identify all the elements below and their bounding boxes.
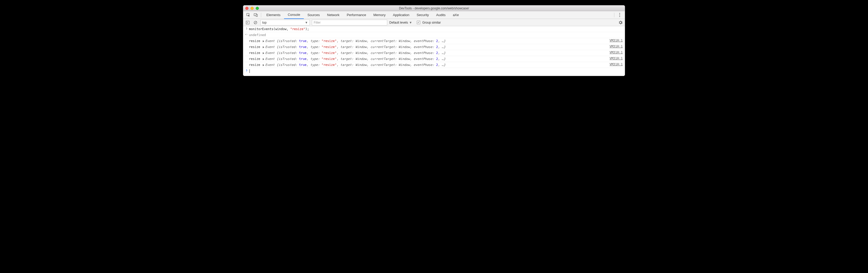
expand-triangle-icon[interactable] bbox=[263, 64, 264, 66]
panel-tab-label: Console bbox=[288, 13, 300, 16]
panel-tab-network[interactable]: Network bbox=[323, 11, 343, 19]
group-similar-label: Group similar bbox=[422, 21, 441, 24]
panel-tab-elements[interactable]: Elements bbox=[263, 11, 284, 19]
console-prompt-input[interactable] bbox=[249, 69, 623, 73]
panel-tab-sources[interactable]: Sources bbox=[304, 11, 323, 19]
dropdown-caret-icon: ▼ bbox=[305, 21, 308, 24]
console-result-value: undefined bbox=[249, 33, 623, 37]
console-input-code: monitorEvents(window, "resize"); bbox=[249, 27, 623, 31]
window-title: DevTools - developers.google.com/web/sho… bbox=[243, 6, 625, 10]
console-log-content[interactable]: resize Event {isTrusted: true, type: "re… bbox=[249, 45, 607, 49]
console-log-content[interactable]: resize Event {isTrusted: true, type: "re… bbox=[249, 39, 607, 43]
console-log-row: resize Event {isTrusted: true, type: "re… bbox=[243, 56, 625, 62]
clear-console-icon[interactable] bbox=[253, 20, 258, 26]
panel-tab-console[interactable]: Console bbox=[284, 11, 304, 19]
panel-tab-performance[interactable]: Performance bbox=[343, 11, 370, 19]
console-input-row: ❯ monitorEvents(window, "resize"); bbox=[243, 26, 625, 32]
console-log-content[interactable]: resize Event {isTrusted: true, type: "re… bbox=[249, 57, 607, 61]
minimize-window-button[interactable] bbox=[250, 7, 254, 10]
inspect-element-icon[interactable] bbox=[245, 11, 252, 19]
console-log-content[interactable]: resize Event {isTrusted: true, type: "re… bbox=[249, 50, 607, 55]
expand-triangle-icon[interactable] bbox=[263, 52, 264, 54]
panel-tab-label: Elements bbox=[267, 13, 280, 17]
close-window-button[interactable] bbox=[245, 7, 248, 10]
panel-tab-label: Security bbox=[416, 13, 429, 17]
console-settings-icon[interactable] bbox=[618, 20, 623, 26]
prompt-chevron-icon: ❯ bbox=[244, 69, 249, 72]
panel-tab-label: Application bbox=[393, 13, 410, 17]
svg-line-5 bbox=[254, 22, 256, 24]
panel-tab-label: Network bbox=[327, 13, 340, 17]
device-toolbar-icon[interactable] bbox=[252, 11, 259, 19]
expand-triangle-icon[interactable] bbox=[263, 46, 264, 48]
console-log-row: resize Event {isTrusted: true, type: "re… bbox=[243, 38, 625, 44]
input-chevron-icon: ❯ bbox=[244, 27, 249, 30]
source-link[interactable]: VM310:1 bbox=[610, 50, 623, 54]
console-log-row: resize Event {isTrusted: true, type: "re… bbox=[243, 62, 625, 68]
console-result-row: <· undefined bbox=[243, 32, 625, 38]
window-controls bbox=[245, 7, 259, 10]
output-chevron-icon: <· bbox=[244, 33, 249, 36]
panel-tab-memory[interactable]: Memory bbox=[370, 11, 389, 19]
console-log-row: resize Event {isTrusted: true, type: "re… bbox=[243, 44, 625, 50]
panel-tab-axe[interactable]: aXe bbox=[449, 11, 462, 19]
panel-tab-label: Audits bbox=[436, 13, 445, 17]
log-levels-label: Default levels bbox=[389, 21, 408, 24]
panel-tab-audits[interactable]: Audits bbox=[432, 11, 449, 19]
source-link[interactable]: VM310:1 bbox=[610, 45, 623, 48]
expand-triangle-icon[interactable] bbox=[263, 58, 264, 60]
source-link[interactable]: VM310:1 bbox=[610, 63, 623, 66]
separator bbox=[261, 13, 261, 18]
more-options-icon[interactable] bbox=[616, 13, 623, 17]
panel-tab-label: Performance bbox=[347, 13, 366, 17]
titlebar: DevTools - developers.google.com/web/sho… bbox=[243, 5, 625, 11]
panel-tabstrip: ElementsConsoleSourcesNetworkPerformance… bbox=[243, 11, 625, 19]
group-similar-checkbox[interactable]: ✓ bbox=[417, 21, 420, 24]
console-body: ❯ monitorEvents(window, "resize"); <· un… bbox=[243, 26, 625, 76]
source-link[interactable]: VM310:1 bbox=[610, 57, 623, 60]
expand-triangle-icon[interactable] bbox=[263, 40, 264, 42]
console-toolbar: top ▼ Default levels ▼ ✓ Group similar bbox=[243, 19, 625, 26]
toggle-console-sidebar-icon[interactable] bbox=[245, 20, 250, 26]
panel-tab-security[interactable]: Security bbox=[413, 11, 432, 19]
separator bbox=[614, 13, 614, 18]
source-link[interactable]: VM310:1 bbox=[610, 39, 623, 42]
panel-tab-application[interactable]: Application bbox=[389, 11, 413, 19]
console-log-row: resize Event {isTrusted: true, type: "re… bbox=[243, 50, 625, 56]
console-log-content[interactable]: resize Event {isTrusted: true, type: "re… bbox=[249, 63, 607, 67]
devtools-window: DevTools - developers.google.com/web/sho… bbox=[243, 5, 625, 76]
panel-tab-label: Memory bbox=[373, 13, 386, 17]
panel-tab-label: Sources bbox=[307, 13, 320, 17]
dropdown-caret-icon: ▼ bbox=[409, 21, 412, 24]
filter-input[interactable] bbox=[312, 20, 387, 26]
panel-tab-label: aXe bbox=[453, 13, 459, 17]
execution-context-value: top bbox=[262, 21, 267, 24]
svg-rect-2 bbox=[256, 14, 257, 16]
execution-context-select[interactable]: top ▼ bbox=[260, 20, 310, 26]
maximize-window-button[interactable] bbox=[256, 7, 259, 10]
console-prompt-row[interactable]: ❯ bbox=[243, 68, 625, 76]
log-levels-select[interactable]: Default levels ▼ bbox=[389, 21, 412, 24]
